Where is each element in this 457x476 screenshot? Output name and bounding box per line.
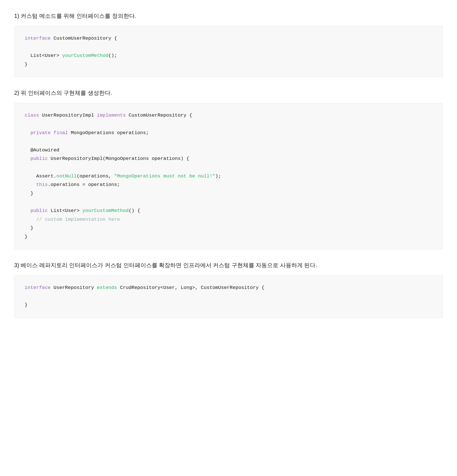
code-token: UserRepositoryImpl(MongoOperations opera…	[48, 156, 189, 161]
code-token: interface	[25, 285, 51, 290]
code-line-1-4: }	[25, 62, 27, 67]
code-token: this	[36, 182, 48, 187]
code-token: (operations,	[77, 173, 114, 179]
code-token: UserRepository	[51, 285, 97, 290]
code-token: public	[30, 208, 48, 213]
code-line-2-5: @Autowired	[25, 147, 59, 153]
section-title-3: 3) 베이스 레파지토리 인터페이스가 커스텀 인터페이스를 확장하면 인프라에…	[14, 261, 443, 270]
code-block-1: interface CustomUserRepository { List<Us…	[14, 26, 443, 77]
code-token: () {	[129, 208, 140, 213]
code-token: CustomUserRepository {	[126, 113, 192, 118]
code-token: UserRepositoryImpl	[39, 113, 97, 118]
code-token: }	[25, 225, 33, 231]
code-token: // custom implementation here	[36, 217, 120, 222]
code-line-2-13: // custom implementation here	[25, 217, 120, 222]
code-token	[25, 208, 30, 213]
section-title-1: 1) 커스텀 메소드를 위해 인터페이스를 정의한다.	[14, 11, 443, 20]
code-line-1-3: List<User> yourCustomMethod();	[25, 53, 117, 58]
code-token	[25, 182, 36, 187]
code-token: }	[25, 302, 27, 308]
code-token: class	[25, 113, 39, 118]
code-line-2-9: this.operations = operations;	[25, 182, 120, 187]
code-token: }	[25, 62, 27, 67]
code-line-2-1: class UserRepositoryImpl implements Cust…	[25, 113, 192, 118]
code-token	[25, 217, 36, 222]
code-token: implements	[97, 113, 126, 118]
code-token: List<User>	[25, 53, 62, 58]
code-token: yourCustomMethod	[82, 208, 129, 213]
page-content: 1) 커스텀 메소드를 위해 인터페이스를 정의한다.interface Cus…	[14, 11, 443, 318]
code-line-2-14: }	[25, 225, 33, 231]
code-token: CustomUserRepository {	[51, 36, 117, 41]
section-2: 2) 위 인터페이스의 구현체를 생성한다.class UserReposito…	[14, 88, 443, 249]
code-token: List<User>	[48, 208, 82, 213]
code-line-3-1: interface UserRepository extends CrudRep…	[25, 285, 264, 290]
code-token: extends	[97, 285, 117, 290]
code-block-3: interface UserRepository extends CrudRep…	[14, 275, 443, 318]
code-token: "MongoOperations must not be null!"	[114, 173, 215, 179]
section-3: 3) 베이스 레파지토리 인터페이스가 커스텀 인터페이스를 확장하면 인프라에…	[14, 261, 443, 318]
code-line-2-3: private final MongoOperations operations…	[25, 130, 149, 136]
code-token: public	[30, 156, 48, 161]
code-token: CrudRepository<User, Long>, CustomUserRe…	[117, 285, 264, 290]
code-line-1-1: interface CustomUserRepository {	[25, 36, 117, 41]
code-token: interface	[25, 36, 51, 41]
code-token: Assert.	[25, 173, 56, 179]
code-token: }	[25, 234, 27, 239]
code-token	[25, 130, 30, 136]
code-line-3-3: }	[25, 302, 27, 308]
code-token: notNull	[56, 173, 76, 179]
code-line-2-12: public List<User> yourCustomMethod() {	[25, 208, 140, 213]
code-token: private final	[30, 130, 68, 136]
code-token: }	[25, 191, 33, 196]
code-token: MongoOperations operations;	[68, 130, 149, 136]
code-line-2-15: }	[25, 234, 27, 239]
code-token: );	[215, 173, 221, 179]
code-token	[25, 156, 30, 161]
code-token: ();	[108, 53, 117, 58]
code-line-2-10: }	[25, 191, 33, 196]
section-title-2: 2) 위 인터페이스의 구현체를 생성한다.	[14, 88, 443, 97]
code-line-2-6: public UserRepositoryImpl(MongoOperation…	[25, 156, 189, 161]
section-1: 1) 커스텀 메소드를 위해 인터페이스를 정의한다.interface Cus…	[14, 11, 443, 77]
code-block-2: class UserRepositoryImpl implements Cust…	[14, 103, 443, 249]
code-token: @Autowired	[25, 147, 59, 153]
code-token: .operations = operations;	[48, 182, 120, 187]
code-token: yourCustomMethod	[62, 53, 108, 58]
code-line-2-8: Assert.notNull(operations, "MongoOperati…	[25, 173, 221, 179]
